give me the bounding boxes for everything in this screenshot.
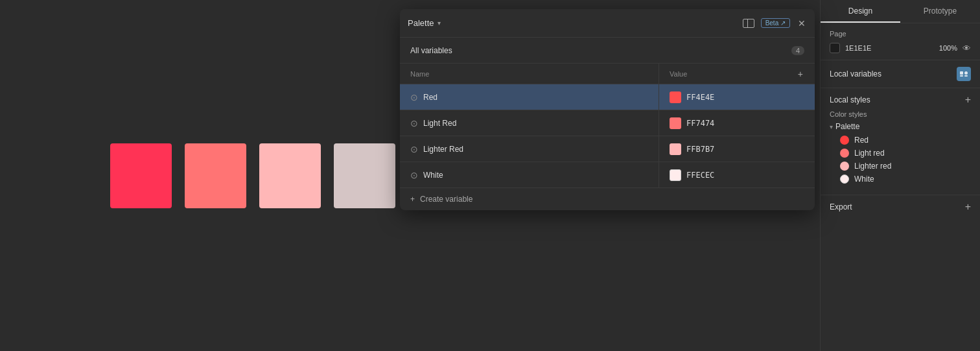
- plus-icon: +: [410, 195, 415, 204]
- export-label: Export: [830, 202, 852, 212]
- svg-rect-2: [960, 75, 963, 77]
- add-export-button[interactable]: +: [965, 202, 971, 212]
- swatch-red: [110, 143, 172, 208]
- white-name-cell: ⊙ White: [400, 162, 659, 188]
- swatch-white: [334, 143, 395, 208]
- local-styles-section: Local styles + Color styles ▾ Palette Re…: [821, 88, 980, 195]
- white-value-cell: FFECEC: [659, 162, 815, 188]
- variable-icon-white: ⊙: [410, 170, 418, 180]
- style-item-white[interactable]: White: [830, 173, 971, 186]
- style-item-light-red[interactable]: Light red: [830, 147, 971, 160]
- variable-name-red: Red: [423, 93, 438, 102]
- local-styles-label: Local styles: [830, 95, 870, 104]
- page-opacity-value: 100%: [939, 44, 957, 52]
- value-column-header: Value +: [659, 64, 815, 84]
- local-variables-label: Local variables: [830, 69, 881, 79]
- style-item-red[interactable]: Red: [830, 134, 971, 147]
- name-column: Name ⊙ Red ⊙ Light Red ⊙ Lighter: [400, 64, 659, 188]
- tab-prototype[interactable]: Prototype: [900, 0, 980, 23]
- red-color-dot: [670, 91, 681, 103]
- local-styles-header: Local styles +: [830, 95, 971, 105]
- lighter-red-name-cell: ⊙ Lighter Red: [400, 136, 659, 162]
- page-row: 1E1E1E 100% 👁: [830, 43, 971, 53]
- page-section-header: Page: [830, 30, 971, 38]
- local-variables-button[interactable]: [957, 67, 971, 81]
- variable-row-red[interactable]: ⊙ Red: [400, 84, 659, 110]
- visibility-icon[interactable]: 👁: [962, 43, 971, 53]
- sidebar-panel-icon[interactable]: [743, 19, 754, 28]
- page-bg-swatch[interactable]: 1E1E1E: [830, 43, 871, 53]
- palette-group-header[interactable]: ▾ Palette: [830, 122, 971, 131]
- variable-row-lighter-red[interactable]: ⊙ Lighter Red: [400, 136, 659, 162]
- palette-columns: Name ⊙ Red ⊙ Light Red ⊙ Lighter: [400, 64, 815, 188]
- export-header: Export +: [830, 202, 971, 212]
- light-red-color-dot: [670, 117, 681, 129]
- light-red-name-cell: ⊙ Light Red: [400, 110, 659, 136]
- page-section: Page 1E1E1E 100% 👁: [821, 23, 980, 60]
- variables-count: 4: [791, 46, 804, 55]
- white-hex-value: FFECEC: [686, 171, 714, 180]
- variable-row-light-red[interactable]: ⊙ Light Red: [400, 110, 659, 136]
- style-item-lighter-red[interactable]: Lighter red: [830, 160, 971, 173]
- white-style-dot: [840, 175, 849, 184]
- page-section-label: Page: [830, 30, 846, 38]
- chevron-down-icon: ▾: [438, 19, 441, 27]
- variable-name-white: White: [423, 171, 443, 180]
- lighter-red-style-dot: [840, 162, 849, 171]
- swatch-light-red: [185, 143, 246, 208]
- variables-icon: [959, 69, 968, 79]
- palette-modal-header: Palette ▾ Beta ↗ ✕: [400, 9, 815, 38]
- create-variable-row[interactable]: + Create variable: [400, 188, 815, 210]
- value-row-white[interactable]: FFECEC: [659, 162, 815, 188]
- name-column-header: Name: [400, 64, 659, 84]
- variable-icon-red: ⊙: [410, 92, 418, 103]
- palette-group-name: Palette: [835, 122, 859, 131]
- color-styles-label: Color styles: [830, 110, 971, 118]
- light-red-style-dot: [840, 149, 849, 158]
- value-row-lighter-red[interactable]: FFB7B7: [659, 136, 815, 162]
- red-hex-value: FF4E4E: [686, 93, 714, 102]
- value-row-light-red[interactable]: FF7474: [659, 110, 815, 136]
- lighter-red-style-name: Lighter red: [854, 162, 891, 171]
- swatch-lighter-red: [259, 143, 321, 208]
- page-bg-color-swatch: [830, 43, 840, 53]
- red-style-name: Red: [854, 136, 869, 145]
- palette-title-row: Palette ▾: [408, 18, 441, 28]
- beta-badge: Beta ↗: [761, 18, 790, 28]
- tab-design[interactable]: Design: [821, 0, 900, 23]
- red-name-cell: ⊙ Red: [400, 84, 659, 110]
- name-header-label: Name: [410, 70, 429, 78]
- variable-icon-lighter-red: ⊙: [410, 144, 418, 154]
- light-red-style-name: Light red: [854, 149, 885, 158]
- create-variable-label: Create variable: [420, 195, 472, 204]
- white-style-name: White: [854, 175, 874, 184]
- add-variable-button[interactable]: +: [797, 67, 804, 80]
- palette-group: ▾ Palette Red Light red Lighter red Whit…: [830, 122, 971, 186]
- palette-modal: Palette ▾ Beta ↗ ✕ All variables 4 Name …: [400, 9, 815, 210]
- variable-row-white[interactable]: ⊙ White: [400, 162, 659, 188]
- value-row-red[interactable]: FF4E4E: [659, 84, 815, 110]
- value-header-label: Value: [670, 70, 687, 78]
- white-color-dot: [670, 169, 681, 181]
- add-style-button[interactable]: +: [965, 95, 971, 105]
- red-style-dot: [840, 136, 849, 145]
- panel-tabs: Design Prototype: [821, 0, 980, 23]
- svg-rect-0: [960, 71, 963, 75]
- local-variables-row: Local variables: [821, 60, 980, 88]
- lighter-red-hex-value: FFB7B7: [686, 145, 714, 154]
- variable-icon-light-red: ⊙: [410, 118, 418, 128]
- svg-rect-3: [964, 75, 968, 77]
- collapse-icon: ▾: [830, 123, 833, 130]
- page-hex-value: 1E1E1E: [845, 44, 871, 52]
- close-button[interactable]: ✕: [797, 17, 807, 30]
- palette-title: Palette: [408, 18, 434, 28]
- red-value-cell: FF4E4E: [659, 84, 815, 110]
- export-section: Export +: [821, 195, 980, 219]
- lighter-red-color-dot: [670, 143, 681, 155]
- palette-subheader: All variables 4: [400, 38, 815, 64]
- value-column: Value + FF4E4E FF7474: [659, 64, 815, 188]
- light-red-value-cell: FF7474: [659, 110, 815, 136]
- palette-header-icons: Beta ↗ ✕: [743, 17, 807, 30]
- all-variables-label[interactable]: All variables: [410, 46, 452, 55]
- light-red-hex-value: FF7474: [686, 119, 714, 128]
